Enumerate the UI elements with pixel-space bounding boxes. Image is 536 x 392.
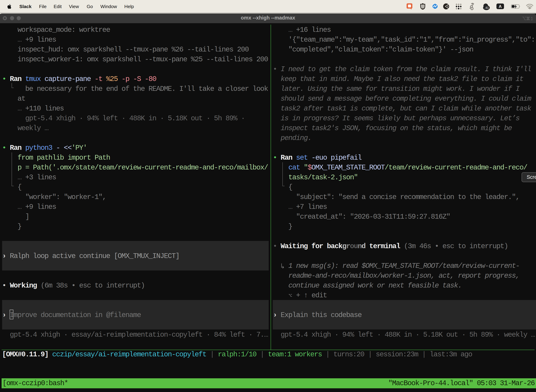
svg-text:A: A	[499, 4, 502, 9]
svg-text:..61: ..61	[484, 6, 489, 9]
svg-text:1: 1	[531, 16, 532, 21]
